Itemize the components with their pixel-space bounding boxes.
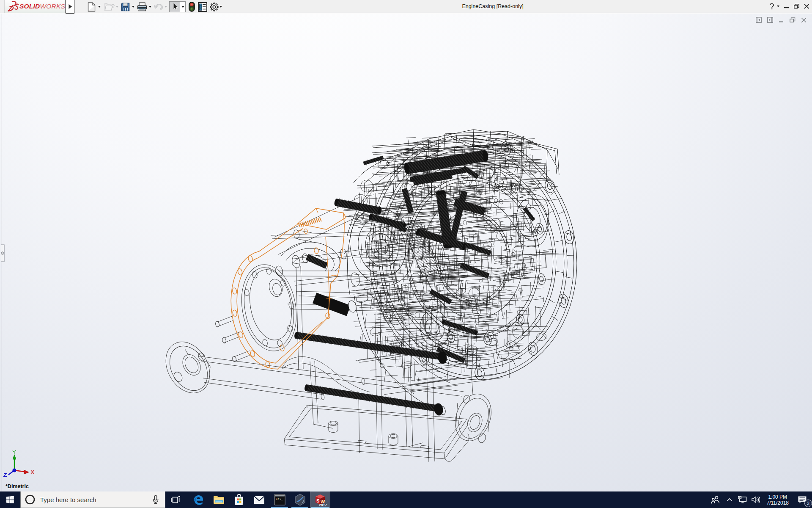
close-button[interactable]	[804, 4, 809, 9]
graphics-area[interactable]: *Dimetric	[0, 14, 812, 491]
system-tray: 1:00 PM 7/11/2018 3	[708, 491, 812, 508]
collapse-left-icon[interactable]	[756, 17, 762, 23]
file-explorer-button[interactable]	[208, 491, 229, 508]
options-button[interactable]	[209, 1, 219, 12]
mail-icon	[254, 496, 265, 504]
caret-down-icon	[219, 6, 222, 8]
network-icon	[738, 496, 747, 504]
minimize-button[interactable]	[784, 4, 789, 9]
caret-down-icon	[132, 6, 134, 8]
print-dropdown[interactable]	[149, 1, 151, 12]
people-button[interactable]	[708, 491, 723, 508]
store-icon	[234, 494, 244, 505]
action-center-button[interactable]: 3	[793, 491, 812, 508]
notification-badge: 3	[804, 500, 812, 507]
caret-down-icon	[116, 6, 118, 8]
hexagon-app-button[interactable]	[290, 491, 310, 508]
evaluate-button[interactable]	[198, 1, 207, 12]
document-window-controls	[756, 17, 807, 23]
doc-close-button[interactable]	[801, 17, 807, 23]
toolbar-flyout-tab[interactable]	[66, 0, 74, 14]
flyout-arrow-icon	[68, 4, 72, 9]
gear-icon	[209, 2, 219, 12]
axis-x-label	[31, 470, 34, 474]
caret-down-icon	[98, 6, 101, 8]
featuremanager-collapsed-edge[interactable]	[0, 14, 6, 491]
cmd-text: C:\_	[276, 497, 283, 501]
store-button[interactable]	[229, 491, 249, 508]
help-button[interactable]	[770, 3, 774, 10]
windows-taskbar: Type here to search	[0, 491, 812, 508]
restore-button[interactable]	[794, 4, 799, 9]
cortana-icon	[25, 494, 36, 505]
save-dropdown[interactable]	[132, 1, 134, 12]
brand-text: SOLIDWORKS	[19, 3, 65, 10]
save-button[interactable]	[121, 1, 130, 12]
show-hidden-icons-button[interactable]	[723, 491, 736, 508]
clock-time: 1:00 PM	[767, 494, 789, 500]
screen: SOLIDWORKS	[0, 0, 812, 508]
hexagon-app-icon	[294, 494, 306, 506]
volume-button[interactable]	[749, 491, 763, 508]
open-dropdown[interactable]	[116, 1, 118, 12]
search-placeholder: Type here to search	[40, 496, 152, 503]
edge-icon	[193, 494, 204, 505]
solidworks-app-icon: S W 2017	[313, 493, 327, 507]
command-prompt-button[interactable]: C:\_	[269, 491, 290, 508]
collapse-right-icon[interactable]	[767, 17, 773, 23]
options-dropdown[interactable]	[219, 1, 222, 12]
brand-works: WORKS	[40, 3, 65, 9]
doc-restore-button[interactable]	[790, 17, 796, 23]
axis-y-label	[13, 450, 16, 455]
print-icon	[137, 2, 147, 11]
view-orientation-label: *Dimetric	[5, 483, 29, 489]
sw-year: 2017	[318, 503, 327, 507]
clock-date: 7/11/2018	[767, 500, 789, 506]
new-document-icon	[88, 2, 96, 12]
new-document-button[interactable]	[88, 1, 96, 12]
taskbar-clock[interactable]: 1:00 PM 7/11/2018	[764, 494, 792, 506]
select-cursor-icon	[169, 1, 186, 12]
solidworks-taskbar-button[interactable]: S W 2017	[310, 491, 330, 508]
people-icon	[711, 496, 720, 504]
print-button[interactable]	[137, 1, 147, 12]
task-view-button[interactable]	[165, 491, 186, 508]
brand-solid: SOLID	[19, 3, 40, 9]
edge-browser-button[interactable]	[188, 491, 208, 508]
caret-down-icon	[149, 6, 151, 8]
network-button[interactable]	[736, 491, 749, 508]
document-title: EngineCasing [Read-only]	[462, 0, 523, 13]
app-titlebar: SOLIDWORKS	[0, 0, 812, 13]
select-tool-button[interactable]	[169, 1, 186, 12]
undo-dropdown[interactable]	[165, 1, 167, 12]
open-button[interactable]	[104, 1, 115, 12]
command-prompt-icon: C:\_	[274, 494, 285, 505]
file-explorer-icon	[213, 495, 225, 505]
microphone-icon[interactable]	[152, 495, 159, 504]
new-document-dropdown[interactable]	[98, 1, 101, 12]
start-button[interactable]	[0, 491, 20, 508]
mail-button[interactable]	[249, 491, 269, 508]
traffic-light-icon	[189, 2, 195, 12]
chevron-up-icon	[727, 498, 732, 502]
undo-icon	[154, 3, 164, 11]
cad-model[interactable]	[161, 119, 584, 491]
windows-logo-icon	[6, 496, 14, 503]
rebuild-button[interactable]	[189, 1, 195, 12]
solidworks-logo[interactable]: SOLIDWORKS	[4, 0, 66, 13]
taskbar-search[interactable]: Type here to search	[20, 491, 165, 508]
volume-icon	[752, 496, 760, 503]
orientation-triad	[0, 433, 42, 477]
task-view-icon	[171, 496, 180, 504]
save-icon	[121, 3, 130, 11]
open-icon	[104, 2, 115, 11]
help-dropdown[interactable]	[777, 6, 779, 7]
axis-z-label	[4, 474, 7, 477]
undo-button[interactable]	[154, 1, 164, 12]
report-icon	[198, 2, 207, 12]
ds-logo-icon	[7, 0, 19, 13]
doc-minimize-button[interactable]	[779, 17, 784, 23]
caret-down-icon	[165, 6, 167, 8]
